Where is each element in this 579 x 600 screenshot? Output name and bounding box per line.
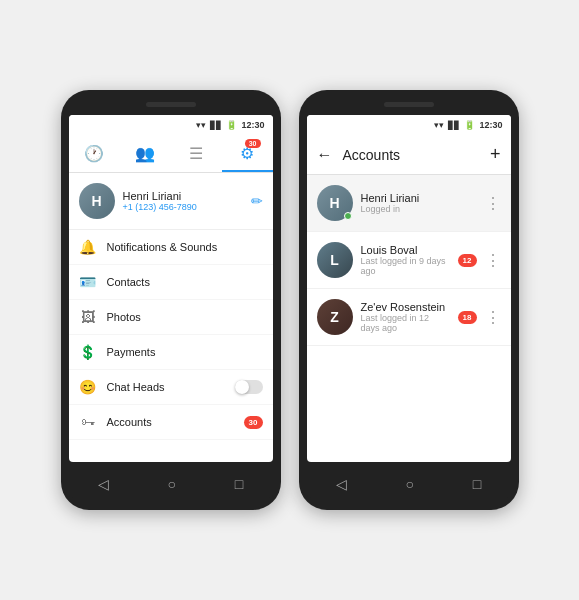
time-1: 12:30 <box>241 120 264 130</box>
accounts-badge: 30 <box>244 416 263 429</box>
account-item-henri[interactable]: H Henri Liriani Logged in ⋮ <box>307 175 511 232</box>
account-status-zeev: Last logged in 12 days ago <box>361 313 450 333</box>
tab-settings[interactable]: ⚙ 30 <box>222 135 273 172</box>
settings-badge: 30 <box>245 139 261 148</box>
menu-notifications[interactable]: 🔔 Notifications & Sounds <box>69 230 273 265</box>
battery-icon: 🔋 <box>226 120 237 130</box>
tab-contacts[interactable]: 👥 <box>120 135 171 172</box>
signal-icon-2: ▊▊ <box>448 121 460 130</box>
phone-screen-settings: ▾▾ ▊▊ 🔋 12:30 🕐 👥 ☰ ⚙ 30 <box>69 115 273 462</box>
tab-list[interactable]: ☰ <box>171 135 222 172</box>
avatar-initials: H <box>79 183 115 219</box>
menu-contacts[interactable]: 🪪 Contacts <box>69 265 273 300</box>
signal-icon: ▊▊ <box>210 121 222 130</box>
key-icon: 🗝 <box>79 414 97 430</box>
phone-settings: ▾▾ ▊▊ 🔋 12:30 🕐 👥 ☰ ⚙ 30 <box>61 90 281 510</box>
menu-accounts[interactable]: 🗝 Accounts 30 <box>69 405 273 440</box>
phone-screen-accounts: ▾▾ ▊▊ 🔋 12:30 ← Accounts + H <box>307 115 511 462</box>
avatar-louis: L <box>317 242 353 278</box>
account-status-louis: Last logged in 9 days ago <box>361 256 450 276</box>
profile-info: Henri Liriani +1 (123) 456-7890 <box>123 190 243 212</box>
menu-photos[interactable]: 🖼 Photos <box>69 300 273 335</box>
phone-speaker <box>146 102 196 107</box>
more-icon-louis[interactable]: ⋮ <box>485 251 501 270</box>
wifi-icon: ▾▾ <box>196 120 206 130</box>
status-bar-2: ▾▾ ▊▊ 🔋 12:30 <box>307 115 511 135</box>
tab-recent[interactable]: 🕐 <box>69 135 120 172</box>
photos-label: Photos <box>107 311 263 323</box>
back-button-2[interactable]: ◁ <box>336 476 347 492</box>
more-icon-zeev[interactable]: ⋮ <box>485 308 501 327</box>
scene: ▾▾ ▊▊ 🔋 12:30 🕐 👥 ☰ ⚙ 30 <box>41 70 539 530</box>
more-icon-henri[interactable]: ⋮ <box>485 194 501 213</box>
profile-name: Henri Liriani <box>123 190 243 202</box>
accounts-header: ← Accounts + <box>307 135 511 175</box>
chatheads-toggle[interactable] <box>235 380 263 394</box>
bell-icon: 🔔 <box>79 239 97 255</box>
clock-icon: 🕐 <box>84 144 104 163</box>
avatar-main: H <box>79 183 115 219</box>
account-info-louis: Louis Boval Last logged in 9 days ago <box>361 244 450 276</box>
accounts-title: Accounts <box>343 147 490 163</box>
recent-button-2[interactable]: □ <box>473 476 481 492</box>
smiley-icon: 😊 <box>79 379 97 395</box>
id-icon: 🪪 <box>79 274 97 290</box>
menu-chatheads[interactable]: 😊 Chat Heads <box>69 370 273 405</box>
avatar-initials-louis: L <box>317 242 353 278</box>
profile-phone: +1 (123) 456-7890 <box>123 202 243 212</box>
online-dot-henri <box>344 212 352 220</box>
avatar-badge-zeev: Z <box>317 299 353 335</box>
back-button-1[interactable]: ◁ <box>98 476 109 492</box>
chatheads-label: Chat Heads <box>107 381 225 393</box>
account-info-zeev: Ze'ev Rosenstein Last logged in 12 days … <box>361 301 450 333</box>
avatar-badge-henri: H <box>317 185 353 221</box>
add-account-button[interactable]: + <box>490 144 501 165</box>
time-2: 12:30 <box>479 120 502 130</box>
bottom-nav-1: ◁ ○ □ <box>69 470 273 498</box>
menu-payments[interactable]: 💲 Payments <box>69 335 273 370</box>
payments-label: Payments <box>107 346 263 358</box>
badge-louis: 12 <box>458 254 477 267</box>
account-status-henri: Logged in <box>361 204 477 214</box>
photo-icon: 🖼 <box>79 309 97 325</box>
avatar-badge-louis: L <box>317 242 353 278</box>
home-button-1[interactable]: ○ <box>168 476 176 492</box>
tabs-bar: 🕐 👥 ☰ ⚙ 30 <box>69 135 273 173</box>
notifications-label: Notifications & Sounds <box>107 241 263 253</box>
account-name-henri: Henri Liriani <box>361 192 477 204</box>
profile-row[interactable]: H Henri Liriani +1 (123) 456-7890 ✏ <box>69 173 273 230</box>
phone-accounts: ▾▾ ▊▊ 🔋 12:30 ← Accounts + H <box>299 90 519 510</box>
account-item-louis[interactable]: L Louis Boval Last logged in 9 days ago … <box>307 232 511 289</box>
avatar-initials-zeev: Z <box>317 299 353 335</box>
contacts-label: Contacts <box>107 276 263 288</box>
recent-button-1[interactable]: □ <box>235 476 243 492</box>
dollar-icon: 💲 <box>79 344 97 360</box>
edit-icon[interactable]: ✏ <box>251 193 263 209</box>
back-arrow[interactable]: ← <box>317 146 333 164</box>
status-bar-1: ▾▾ ▊▊ 🔋 12:30 <box>69 115 273 135</box>
toggle-knob <box>235 380 249 394</box>
account-info-henri: Henri Liriani Logged in <box>361 192 477 214</box>
account-name-zeev: Ze'ev Rosenstein <box>361 301 450 313</box>
list-icon: ☰ <box>189 144 203 163</box>
wifi-icon-2: ▾▾ <box>434 120 444 130</box>
account-item-zeev[interactable]: Z Ze'ev Rosenstein Last logged in 12 day… <box>307 289 511 346</box>
accounts-label: Accounts <box>107 416 234 428</box>
battery-icon-2: 🔋 <box>464 120 475 130</box>
account-name-louis: Louis Boval <box>361 244 450 256</box>
bottom-nav-2: ◁ ○ □ <box>307 470 511 498</box>
home-button-2[interactable]: ○ <box>406 476 414 492</box>
badge-zeev: 18 <box>458 311 477 324</box>
contacts-icon: 👥 <box>135 144 155 163</box>
phone-speaker-2 <box>384 102 434 107</box>
avatar-zeev: Z <box>317 299 353 335</box>
